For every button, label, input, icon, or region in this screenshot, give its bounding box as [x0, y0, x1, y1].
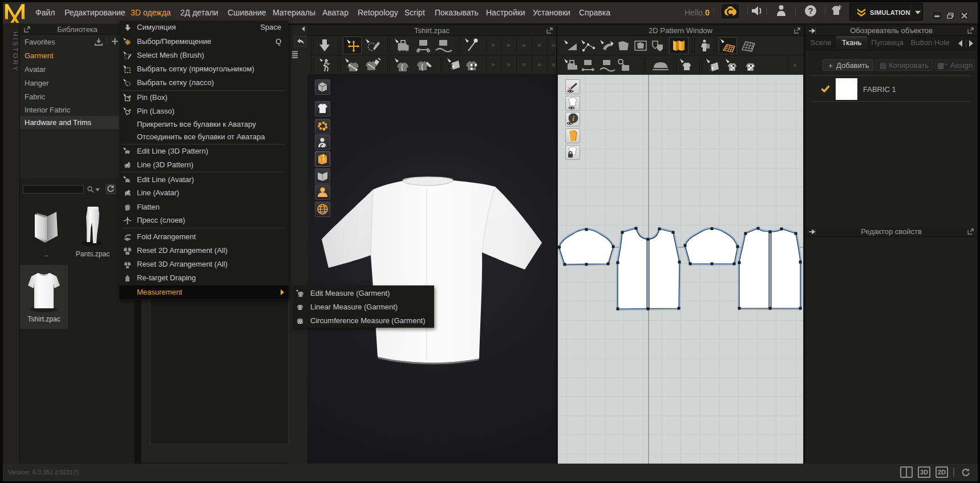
svg-text:i: i: [572, 114, 574, 123]
